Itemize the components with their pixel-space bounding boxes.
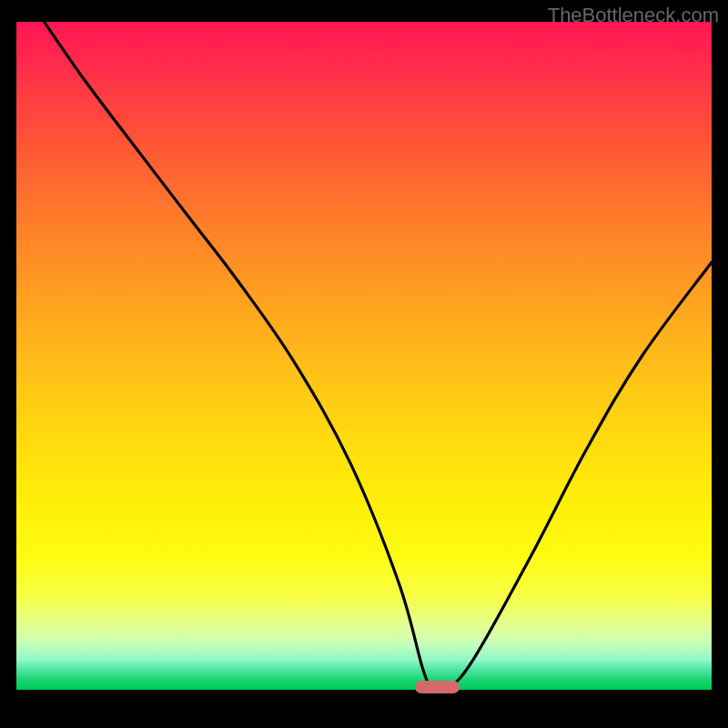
- bottleneck-curve: [16, 22, 712, 690]
- chart-container: [16, 22, 712, 713]
- optimal-marker: [415, 681, 460, 693]
- watermark-text: TheBottleneck.com: [548, 4, 719, 27]
- curve-path: [45, 22, 712, 690]
